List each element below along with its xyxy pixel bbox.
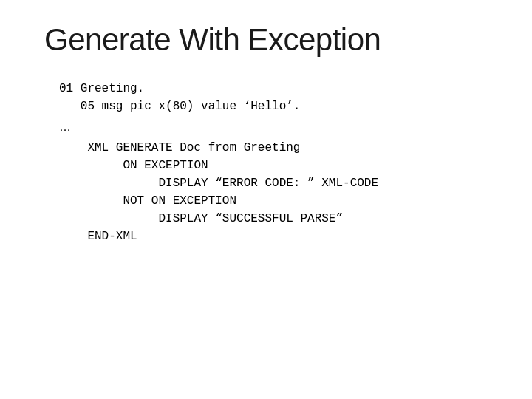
code-line-7: DISPLAY “SUCCESSFUL PARSE”: [59, 210, 488, 228]
code-line-8: END-XML: [59, 228, 488, 245]
code-line-3: XML GENERATE Doc from Greeting: [59, 139, 488, 157]
code-line-5: DISPLAY “ERROR CODE: ” XML-CODE: [59, 174, 488, 192]
code-line-1: 01 Greeting.: [59, 80, 488, 98]
code-block: 01 Greeting. 05 msg pic x(80) value ‘Hel…: [59, 80, 488, 245]
code-line-2: 05 msg pic x(80) value ‘Hello’.: [59, 98, 488, 115]
page-title: Generate With Exception: [44, 22, 488, 58]
code-line-4: ON EXCEPTION: [59, 157, 488, 174]
code-ellipsis: …: [59, 118, 488, 136]
page: Generate With Exception 01 Greeting. 05 …: [0, 0, 532, 399]
code-line-6: NOT ON EXCEPTION: [59, 192, 488, 210]
